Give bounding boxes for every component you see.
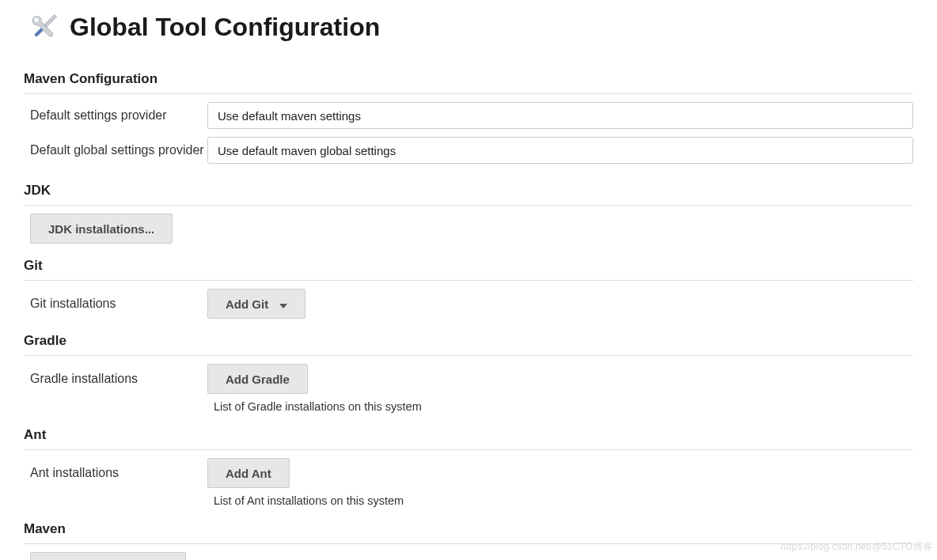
- ant-desc: List of Ant installations on this system: [214, 494, 913, 507]
- svg-rect-0: [44, 14, 57, 27]
- page-title: Global Tool Configuration: [70, 13, 380, 42]
- add-gradle-button-label: Add Gradle: [226, 373, 290, 386]
- default-global-settings-select[interactable]: Use default maven global settings: [207, 137, 913, 164]
- add-gradle-button[interactable]: Add Gradle: [207, 364, 308, 394]
- add-git-button[interactable]: Add Git: [207, 289, 305, 319]
- section-jdk-title: JDK: [24, 183, 913, 202]
- jdk-installations-button-label: JDK installations...: [48, 222, 154, 236]
- divider: [24, 280, 913, 281]
- divider: [24, 93, 913, 94]
- gradle-desc: List of Gradle installations on this sys…: [214, 400, 913, 413]
- section-maven-config-title: Maven Configuration: [24, 71, 913, 90]
- divider: [24, 543, 913, 544]
- default-global-settings-value: Use default maven global settings: [218, 144, 396, 157]
- section-ant-title: Ant: [24, 427, 913, 446]
- page-header: Global Tool Configuration: [24, 6, 913, 47]
- default-global-settings-label: Default global settings provider: [24, 143, 207, 157]
- maven-installations-button[interactable]: Maven installations...: [30, 552, 186, 560]
- divider: [24, 205, 913, 206]
- default-settings-value: Use default maven settings: [218, 109, 361, 123]
- section-git-title: Git: [24, 258, 913, 277]
- add-ant-button-label: Add Ant: [226, 467, 271, 480]
- ant-installations-label: Ant installations: [30, 466, 207, 480]
- default-settings-label: Default settings provider: [24, 108, 207, 123]
- jdk-installations-button[interactable]: JDK installations...: [30, 214, 173, 244]
- git-installations-label: Git installations: [30, 297, 207, 311]
- gradle-installations-label: Gradle installations: [30, 372, 207, 386]
- section-gradle-title: Gradle: [24, 333, 913, 352]
- add-git-button-label: Add Git: [226, 297, 268, 311]
- default-settings-select[interactable]: Use default maven settings: [207, 102, 913, 129]
- tools-icon: [24, 6, 65, 47]
- divider: [24, 449, 913, 450]
- section-maven-title: Maven: [24, 521, 913, 540]
- add-ant-button[interactable]: Add Ant: [207, 458, 290, 488]
- caret-down-icon: [279, 297, 287, 311]
- divider: [24, 355, 913, 356]
